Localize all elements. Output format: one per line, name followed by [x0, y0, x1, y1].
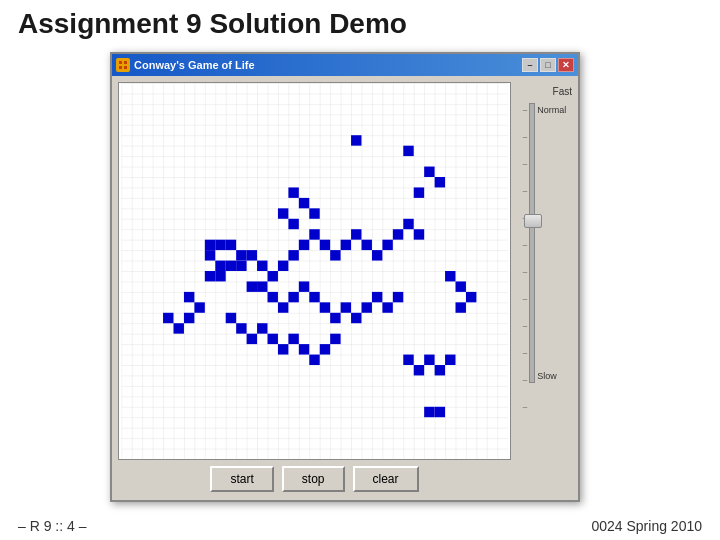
svg-rect-7 — [403, 146, 413, 156]
minimize-button[interactable]: – — [522, 58, 538, 72]
svg-rect-41 — [403, 219, 413, 229]
svg-rect-61 — [257, 323, 267, 333]
svg-rect-79 — [194, 302, 204, 312]
svg-rect-78 — [184, 292, 194, 302]
svg-rect-20 — [236, 250, 246, 260]
svg-rect-10 — [414, 187, 424, 197]
svg-rect-83 — [424, 407, 434, 417]
svg-rect-35 — [341, 240, 351, 250]
svg-rect-24 — [205, 271, 215, 281]
close-button[interactable]: ✕ — [558, 58, 574, 72]
svg-rect-25 — [215, 271, 225, 281]
svg-rect-22 — [226, 261, 236, 271]
svg-rect-58 — [226, 313, 236, 323]
maximize-button[interactable]: □ — [540, 58, 556, 72]
svg-rect-66 — [309, 355, 319, 365]
svg-rect-48 — [299, 281, 309, 291]
svg-rect-65 — [299, 344, 309, 354]
svg-rect-55 — [372, 292, 382, 302]
start-button[interactable]: start — [210, 466, 273, 492]
svg-rect-13 — [278, 208, 288, 218]
window-body: start stop clear Fast – – – – – – – – — [112, 76, 578, 500]
buttons-row: start stop clear — [118, 466, 511, 494]
game-grid[interactable] — [118, 82, 511, 460]
speed-slider-thumb[interactable] — [524, 214, 542, 228]
svg-rect-60 — [247, 334, 257, 344]
svg-rect-68 — [330, 334, 340, 344]
svg-rect-80 — [184, 313, 194, 323]
svg-rect-36 — [351, 229, 361, 239]
svg-rect-50 — [320, 302, 330, 312]
svg-rect-2 — [119, 66, 122, 69]
svg-rect-72 — [435, 365, 445, 375]
svg-rect-82 — [163, 313, 173, 323]
svg-rect-39 — [382, 240, 392, 250]
svg-rect-1 — [124, 61, 127, 64]
svg-rect-84 — [435, 407, 445, 417]
svg-rect-18 — [226, 240, 236, 250]
svg-rect-53 — [351, 313, 361, 323]
svg-rect-70 — [414, 365, 424, 375]
svg-rect-38 — [372, 250, 382, 260]
svg-rect-64 — [288, 334, 298, 344]
svg-rect-12 — [299, 198, 309, 208]
titlebar-buttons: – □ ✕ — [522, 58, 574, 72]
speed-slider-track — [529, 103, 535, 383]
clear-button[interactable]: clear — [353, 466, 419, 492]
page-title: Assignment 9 Solution Demo — [18, 8, 407, 40]
svg-rect-43 — [247, 281, 257, 291]
svg-rect-46 — [278, 302, 288, 312]
svg-rect-14 — [288, 219, 298, 229]
svg-rect-49 — [309, 292, 319, 302]
svg-rect-59 — [236, 323, 246, 333]
svg-rect-3 — [124, 66, 127, 69]
svg-rect-15 — [309, 208, 319, 218]
svg-rect-77 — [456, 302, 466, 312]
left-panel: start stop clear — [118, 82, 511, 494]
svg-rect-32 — [309, 229, 319, 239]
svg-rect-33 — [320, 240, 330, 250]
bottom-right-text: 0024 Spring 2010 — [591, 518, 702, 534]
svg-rect-37 — [362, 240, 372, 250]
titlebar-left: Conway's Game of Life — [116, 58, 255, 72]
svg-rect-21 — [215, 261, 225, 271]
svg-rect-47 — [288, 292, 298, 302]
svg-rect-73 — [445, 355, 455, 365]
svg-rect-45 — [268, 292, 278, 302]
svg-rect-74 — [445, 271, 455, 281]
svg-rect-40 — [393, 229, 403, 239]
svg-rect-62 — [268, 334, 278, 344]
speed-fast-label: Fast — [553, 86, 572, 97]
svg-rect-44 — [257, 281, 267, 291]
svg-rect-26 — [247, 250, 257, 260]
svg-rect-52 — [341, 302, 351, 312]
stop-button[interactable]: stop — [282, 466, 345, 492]
svg-rect-51 — [330, 313, 340, 323]
bottom-bar: – R 9 :: 4 – 0024 Spring 2010 — [0, 518, 720, 534]
svg-rect-30 — [288, 250, 298, 260]
svg-rect-29 — [278, 261, 288, 271]
svg-rect-57 — [393, 292, 403, 302]
svg-rect-71 — [424, 355, 434, 365]
window-title: Conway's Game of Life — [134, 59, 255, 71]
right-panel: Fast – – – – – – – – – – – – — [517, 82, 572, 494]
bottom-left-text: – R 9 :: 4 – — [18, 518, 86, 534]
svg-rect-67 — [320, 344, 330, 354]
svg-rect-23 — [236, 261, 246, 271]
svg-rect-54 — [362, 302, 372, 312]
app-icon — [116, 58, 130, 72]
svg-rect-0 — [119, 61, 122, 64]
svg-rect-16 — [205, 240, 215, 250]
svg-rect-76 — [466, 292, 476, 302]
svg-rect-8 — [424, 167, 434, 177]
svg-rect-34 — [330, 250, 340, 260]
svg-rect-69 — [403, 355, 413, 365]
speed-slow-label: Slow — [537, 371, 566, 381]
svg-rect-56 — [382, 302, 392, 312]
svg-rect-28 — [268, 271, 278, 281]
titlebar: Conway's Game of Life – □ ✕ — [112, 54, 578, 76]
svg-rect-27 — [257, 261, 267, 271]
svg-rect-42 — [414, 229, 424, 239]
svg-rect-75 — [456, 281, 466, 291]
speed-normal-label: Normal — [537, 105, 566, 115]
